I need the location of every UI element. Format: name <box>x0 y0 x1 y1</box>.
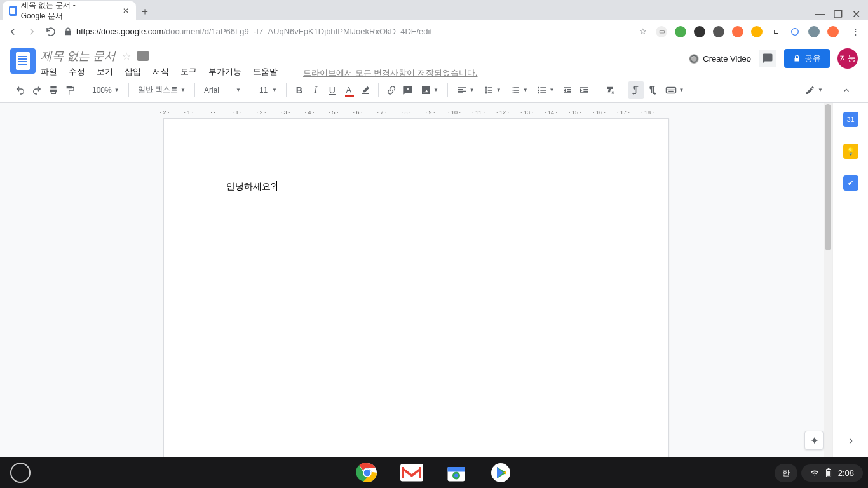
new-tab-button[interactable]: ＋ <box>136 3 154 20</box>
redo-icon[interactable] <box>29 81 44 99</box>
explore-button[interactable]: ✦ <box>804 431 824 450</box>
menu-addons[interactable]: 부가기능 <box>208 66 241 78</box>
create-video-button[interactable]: 🔘 Create Video <box>689 54 751 64</box>
webstore-app-icon[interactable] <box>444 460 469 485</box>
font-dropdown[interactable]: Arial▼ <box>200 81 245 99</box>
menu-bar: 파일 수정 보기 삽입 서식 도구 부가기능 도움말 드라이브에서 모든 변경사… <box>41 66 477 78</box>
share-label: 공유 <box>804 53 821 64</box>
zoom-dropdown[interactable]: 100%▼ <box>88 81 123 99</box>
extension-icon[interactable] <box>808 26 820 37</box>
menu-help[interactable]: 도움말 <box>253 66 278 78</box>
font-size-value: 11 <box>259 86 268 95</box>
comments-button[interactable] <box>759 50 776 67</box>
menu-insert[interactable]: 삽입 <box>125 66 141 78</box>
horizontal-ruler[interactable]: · 2 ·· 1 ·· ·· 1 ·· 2 ·· 3 ·· 4 ·· 5 ·· … <box>0 103 832 116</box>
system-tray[interactable]: 2:08 <box>801 464 863 482</box>
side-panel: 31 💡 ✔ <box>832 103 868 458</box>
align-dropdown[interactable]: ▼ <box>453 81 478 99</box>
text-color-icon[interactable]: A <box>341 81 356 99</box>
forward-icon[interactable] <box>25 25 38 38</box>
extension-icon[interactable] <box>751 26 763 37</box>
share-button[interactable]: 공유 <box>784 49 830 68</box>
scroll-thumb[interactable] <box>825 104 831 250</box>
extension-icon[interactable]: ⊏ <box>770 26 782 37</box>
font-value: Arial <box>204 86 219 95</box>
underline-icon[interactable]: U <box>325 81 340 99</box>
image-dropdown[interactable]: ▼ <box>417 81 442 99</box>
close-tab-icon[interactable]: ✕ <box>123 6 130 15</box>
font-size-dropdown[interactable]: 11▼ <box>255 81 281 99</box>
taskbar-right: 한 2:08 <box>775 464 863 482</box>
menu-view[interactable]: 보기 <box>97 66 113 78</box>
line-spacing-dropdown[interactable]: ▼ <box>480 81 505 99</box>
rtl-icon[interactable] <box>645 81 660 99</box>
link-icon[interactable] <box>384 81 399 99</box>
svg-rect-6 <box>669 88 670 90</box>
keep-icon[interactable]: 💡 <box>843 144 858 159</box>
menu-tools[interactable]: 도구 <box>180 66 197 78</box>
launcher-icon[interactable] <box>10 463 31 483</box>
menu-file[interactable]: 파일 <box>41 66 57 78</box>
indent-increase-icon[interactable] <box>576 81 592 99</box>
reload-icon[interactable] <box>44 25 57 38</box>
collapse-toolbar-icon[interactable] <box>837 81 855 99</box>
add-comment-icon[interactable] <box>400 81 416 99</box>
tasks-icon[interactable]: ✔ <box>843 175 858 191</box>
chrome-app-icon[interactable] <box>355 460 380 485</box>
collapse-panel-icon[interactable] <box>843 433 858 449</box>
italic-icon[interactable]: I <box>308 81 323 99</box>
calendar-icon[interactable]: 31 <box>843 112 858 127</box>
battery-icon <box>825 468 832 477</box>
input-tools-dropdown[interactable]: ▼ <box>661 81 688 99</box>
play-store-app-icon[interactable] <box>488 460 513 485</box>
vertical-scrollbar[interactable] <box>824 103 832 458</box>
document-page[interactable]: 안녕하세요? <box>163 118 669 458</box>
save-status[interactable]: 드라이브에서 모든 변경사항이 저장되었습니다. <box>303 67 477 79</box>
svg-point-2 <box>538 89 539 91</box>
paint-format-icon[interactable] <box>62 81 78 99</box>
ime-indicator[interactable]: 한 <box>775 464 797 482</box>
svg-point-1 <box>538 86 539 88</box>
star-icon[interactable]: ☆ <box>122 50 131 62</box>
svg-rect-4 <box>666 87 675 93</box>
docs-favicon-icon <box>9 6 17 16</box>
extension-icon[interactable]: ▭ <box>656 26 667 37</box>
extension-icon[interactable] <box>713 26 724 37</box>
menu-format[interactable]: 서식 <box>153 66 169 78</box>
browser-tab-active[interactable]: 제목 없는 문서 - Google 문서 ✕ <box>3 1 136 20</box>
clock: 2:08 <box>838 468 854 478</box>
styles-dropdown[interactable]: 일반 텍스트▼ <box>134 81 189 99</box>
highlight-icon[interactable] <box>358 81 373 99</box>
doc-title[interactable]: 제목 없는 문서 <box>41 48 116 64</box>
svg-rect-5 <box>667 88 668 90</box>
url-field[interactable]: https://docs.google.com/document/d/1aP66… <box>64 27 630 36</box>
undo-icon[interactable] <box>13 81 28 99</box>
bullet-list-dropdown[interactable]: ▼ <box>533 81 559 99</box>
extension-icon[interactable] <box>789 26 801 37</box>
editing-mode-dropdown[interactable]: ▼ <box>801 81 827 99</box>
menu-edit[interactable]: 수정 <box>69 66 85 78</box>
gmail-app-icon[interactable] <box>399 460 424 485</box>
docs-logo-icon[interactable] <box>10 48 36 74</box>
extension-icon[interactable] <box>732 26 743 37</box>
print-icon[interactable] <box>46 81 61 99</box>
extension-icon[interactable] <box>694 26 705 37</box>
extension-icon[interactable] <box>827 26 839 37</box>
formatting-toolbar: 100%▼ 일반 텍스트▼ Arial▼ 11▼ B I U A ▼ ▼ ▼ ▼… <box>0 78 868 103</box>
avatar[interactable]: 지능 <box>837 48 858 69</box>
star-bookmark-icon[interactable]: ☆ <box>637 25 649 38</box>
numbered-list-dropdown[interactable]: ▼ <box>506 81 532 99</box>
indent-decrease-icon[interactable] <box>560 81 575 99</box>
back-icon[interactable] <box>6 25 19 38</box>
bold-icon[interactable]: B <box>292 81 307 99</box>
minimize-icon[interactable]: — <box>816 8 825 20</box>
ltr-icon[interactable] <box>628 81 644 99</box>
maximize-icon[interactable]: ❐ <box>834 8 843 20</box>
extension-icon[interactable] <box>675 26 686 37</box>
browser-menu-icon[interactable]: ⋮ <box>849 25 862 38</box>
close-window-icon[interactable]: ✕ <box>851 8 860 20</box>
svg-rect-8 <box>673 88 674 90</box>
clear-formatting-icon[interactable] <box>602 81 618 99</box>
document-text[interactable]: 안녕하세요? <box>226 181 277 193</box>
move-to-folder-icon[interactable] <box>137 51 149 61</box>
